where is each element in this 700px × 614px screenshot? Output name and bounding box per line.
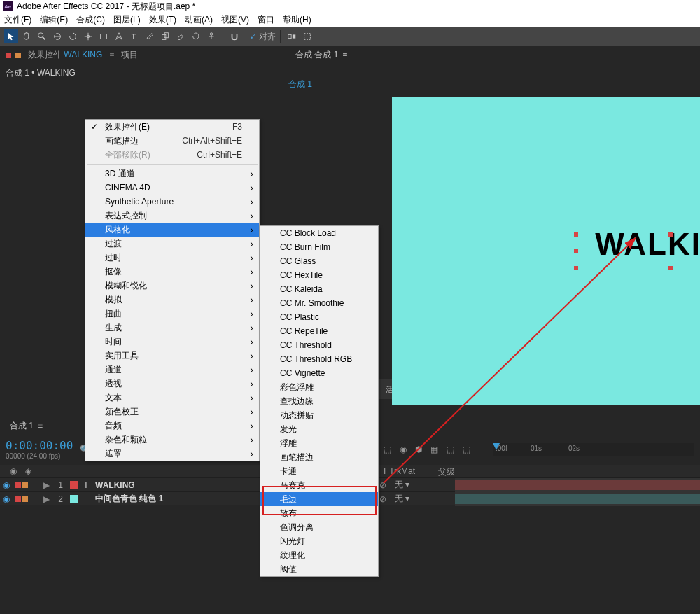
menu-item[interactable]: CC Kaleida xyxy=(260,282,378,296)
composition-tab[interactable]: 合成 合成 1 xyxy=(295,49,338,61)
menu-item[interactable]: CC Mr. Smoothie xyxy=(260,296,378,310)
roto-tool[interactable] xyxy=(189,29,203,43)
selection-handle[interactable] xyxy=(574,249,578,253)
mask-mode-icon[interactable] xyxy=(285,29,299,43)
menu-item[interactable]: 视图(V) xyxy=(221,14,249,26)
effect-controls-tab[interactable]: 效果控件 WALKING xyxy=(25,48,105,62)
menu-item[interactable]: CC Glass xyxy=(260,254,378,268)
menu-item[interactable]: CC HexTile xyxy=(260,268,378,282)
orbit-tool[interactable] xyxy=(50,29,64,43)
menu-item[interactable]: 透视 xyxy=(85,377,259,391)
clone-tool[interactable] xyxy=(158,29,172,43)
selection-handle[interactable] xyxy=(574,232,578,237)
pen-tool[interactable] xyxy=(112,29,126,43)
zoom-tool[interactable] xyxy=(35,29,49,43)
menu-item[interactable]: 效果控件(E)F3 xyxy=(85,120,259,134)
menu-item[interactable]: 纹理化 xyxy=(260,548,378,562)
menu-item[interactable]: 实用工具 xyxy=(85,349,259,363)
anchor-tool[interactable] xyxy=(81,29,95,43)
rotate-tool[interactable] xyxy=(66,29,80,43)
panel-menu-icon[interactable]: ≡ xyxy=(109,50,114,60)
shy-toggle[interactable] xyxy=(22,482,28,488)
menu-item[interactable]: 阈值 xyxy=(260,562,378,576)
hand-tool[interactable] xyxy=(20,29,34,43)
menu-item[interactable]: CC Plastic xyxy=(260,310,378,324)
switch-icon[interactable]: ▦ xyxy=(430,445,438,454)
panel-close-icon[interactable] xyxy=(6,53,11,58)
visibility-toggle[interactable]: ◉ xyxy=(0,494,13,504)
menu-item[interactable]: 生成 xyxy=(85,321,259,335)
menu-item[interactable]: 图层(L) xyxy=(113,14,141,26)
menu-item[interactable]: 画笔描边Ctrl+Alt+Shift+E xyxy=(85,134,259,148)
menu-item[interactable]: 闪光灯 xyxy=(260,534,378,548)
menu-item[interactable]: 卡通 xyxy=(260,464,378,478)
menu-item[interactable]: CC RepeTile xyxy=(260,324,378,338)
menu-item[interactable]: 扭曲 xyxy=(85,307,259,321)
menu-item[interactable]: 效果(T) xyxy=(149,14,176,26)
snap-toggle[interactable] xyxy=(227,29,241,43)
menu-item[interactable]: 合成(C) xyxy=(76,14,105,26)
menu-item[interactable]: 通道 xyxy=(85,363,259,377)
snap-label[interactable]: 对齐 xyxy=(250,31,276,43)
text-tool[interactable]: T xyxy=(127,29,141,43)
menu-item[interactable]: 模糊和锐化 xyxy=(85,279,259,293)
project-tab[interactable]: 项目 xyxy=(118,48,141,62)
menu-item[interactable]: 动画(A) xyxy=(185,14,213,26)
menu-item[interactable]: 画笔描边 xyxy=(260,450,378,464)
menu-item[interactable]: CC Vignette xyxy=(260,366,378,380)
label-color[interactable] xyxy=(15,482,21,488)
eraser-tool[interactable] xyxy=(174,29,188,43)
menu-item[interactable]: 音频 xyxy=(85,419,259,433)
selection-handle[interactable] xyxy=(668,266,673,270)
switch-icon[interactable]: ◉ xyxy=(400,445,407,454)
menu-item[interactable]: 窗口 xyxy=(258,14,274,26)
time-ruler[interactable]: :00f 01s 02s xyxy=(493,443,694,456)
menu-item[interactable]: CC Burn Film xyxy=(260,240,378,254)
selection-handle[interactable] xyxy=(574,266,578,270)
menu-item[interactable]: 过渡 xyxy=(85,237,259,251)
menu-item[interactable]: 风格化 xyxy=(85,223,259,237)
parent-dropdown[interactable]: 无 ▾ xyxy=(392,479,455,491)
menu-item[interactable]: 模拟 xyxy=(85,293,259,307)
menu-item[interactable]: 文件(F) xyxy=(4,14,31,26)
menu-item[interactable]: 杂色和颗粒 xyxy=(85,433,259,447)
parent-dropdown[interactable]: 无 ▾ xyxy=(392,493,455,505)
menu-item[interactable]: 文本 xyxy=(85,391,259,405)
menu-item[interactable]: 抠像 xyxy=(85,265,259,279)
menu-item[interactable]: CINEMA 4D xyxy=(85,181,259,195)
selection-handle[interactable] xyxy=(668,232,673,237)
selection-tool[interactable] xyxy=(4,29,18,43)
label-color[interactable] xyxy=(15,496,21,502)
layer-track[interactable] xyxy=(455,492,700,506)
menu-item[interactable]: 遮罩 xyxy=(85,447,259,461)
rect-tool[interactable] xyxy=(97,29,111,43)
menu-item[interactable]: 表达式控制 xyxy=(85,209,259,223)
menu-item[interactable]: CC Threshold RGB xyxy=(260,352,378,366)
switch-icon[interactable]: ⬚ xyxy=(384,445,391,454)
extent-icon[interactable] xyxy=(300,29,314,43)
brush-tool[interactable] xyxy=(143,29,157,43)
expand-arrow[interactable]: ▶ xyxy=(43,494,53,504)
switch-icon[interactable]: ⬚ xyxy=(447,445,454,454)
menu-item[interactable]: CC Threshold xyxy=(260,338,378,352)
panel-menu-icon[interactable]: ≡ xyxy=(342,50,347,60)
menu-item[interactable]: 3D 通道 xyxy=(85,167,259,181)
breadcrumb[interactable]: 合成 1 xyxy=(288,78,312,90)
menu-item[interactable]: 过时 xyxy=(85,251,259,265)
shy-toggle[interactable] xyxy=(22,496,28,502)
timeline-tab[interactable]: 合成 1 xyxy=(10,420,34,432)
text-layer-walking[interactable]: WALKI xyxy=(595,227,700,262)
menu-item[interactable]: Synthetic Aperture xyxy=(85,195,259,209)
menu-item[interactable]: 编辑(E) xyxy=(40,14,68,26)
menu-item[interactable]: 查找边缘 xyxy=(260,394,378,408)
switch-icon[interactable]: ⬢ xyxy=(415,445,422,454)
timecode[interactable]: 0:00:00:00 xyxy=(6,439,73,452)
menu-item[interactable]: 发光 xyxy=(260,422,378,436)
panel-lock-icon[interactable] xyxy=(15,53,21,58)
composition-viewer[interactable]: WALKI xyxy=(392,97,700,405)
panel-menu-icon[interactable]: ≡ xyxy=(38,421,43,431)
menu-item[interactable]: 帮助(H) xyxy=(283,14,312,26)
menu-item[interactable]: 颜色校正 xyxy=(85,405,259,419)
menu-item[interactable]: CC Block Load xyxy=(260,226,378,240)
layer-track[interactable] xyxy=(455,478,700,492)
